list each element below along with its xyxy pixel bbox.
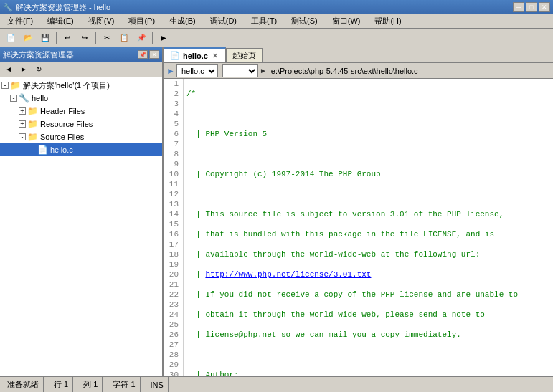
ln-1: 1 <box>164 79 180 89</box>
ln-8: 8 <box>164 149 180 159</box>
main-layout: 解决方案资源管理器 📌 ✕ ◄ ► ↻ - 📁 解决方案'hello'(1 个项… <box>0 47 553 376</box>
menu-tools[interactable]: 工具(T) <box>247 14 281 28</box>
menu-view[interactable]: 视图(V) <box>84 14 119 28</box>
menu-edit[interactable]: 编辑(E) <box>43 14 78 28</box>
ln-22: 22 <box>164 290 180 300</box>
file-select[interactable]: hello.c <box>176 64 218 77</box>
menu-project[interactable]: 项目(P) <box>124 14 159 28</box>
tree-project[interactable]: - 🔧 hello <box>0 92 162 105</box>
ln-7: 7 <box>164 139 180 149</box>
title-bar-label: 解决方案资源管理器 - hello <box>16 2 110 13</box>
editor-area: 📄 hello.c ✕ 起始页 ► hello.c ► e:\Projects\… <box>164 47 553 376</box>
tree-view: - 📁 解决方案'hello'(1 个项目) - 🔧 hello + 📁 Hea… <box>0 77 162 376</box>
tree-hello-c[interactable]: 📄 hello.c <box>0 143 162 156</box>
code-line-5: | Copyright (c) 1997-2014 The PHP Group <box>186 169 550 179</box>
ln-29: 29 <box>164 360 180 370</box>
toolbar-copy[interactable]: 📋 <box>116 31 132 45</box>
menu-file[interactable]: 文件(F) <box>3 14 37 28</box>
header-expander[interactable]: + <box>19 107 26 115</box>
panel-toolbar: ◄ ► ↻ <box>0 62 162 77</box>
toolbar-save[interactable]: 💾 <box>37 31 53 45</box>
panel-forward-button[interactable]: ► <box>16 63 31 76</box>
panel-refresh-button[interactable]: ↻ <box>32 63 46 76</box>
menu-build[interactable]: 生成(B) <box>165 14 200 28</box>
ln-10: 10 <box>164 169 180 179</box>
project-label: hello <box>32 94 48 102</box>
menu-window[interactable]: 窗口(W) <box>328 14 365 28</box>
code-line-12: | obtain it through the world-wide-web, … <box>186 310 550 320</box>
file-path: e:\Projects\php-5.4.45-src\ext\hello\hel… <box>271 67 418 75</box>
ln-9: 9 <box>164 159 180 169</box>
ln-21: 21 <box>164 279 180 290</box>
code-line-13: | license@php.net so we can mail you a c… <box>186 330 550 340</box>
panel-pin-button[interactable]: 📌 <box>138 50 148 59</box>
pin-button[interactable]: ─ <box>513 2 524 12</box>
toolbar-paste[interactable]: 📌 <box>133 31 149 45</box>
tree-resource-files[interactable]: + 📁 Resource Files <box>0 118 162 130</box>
toolbar: 📄 📂 💾 ↩ ↪ ✂ 📋 📌 ▶ <box>0 29 553 47</box>
title-bar-text: 🔧 解决方案资源管理器 - hello <box>3 2 110 13</box>
toolbar-new[interactable]: 📄 <box>3 31 19 45</box>
tab-hello-c[interactable]: 📄 hello.c ✕ <box>164 47 226 62</box>
resource-folder-icon: 📁 <box>27 119 38 129</box>
tab-start-page[interactable]: 起始页 <box>226 48 263 62</box>
code-line-11: | If you did not receive a copy of the P… <box>186 290 550 300</box>
toolbar-cut[interactable]: ✂ <box>99 31 115 45</box>
toolbar-open[interactable]: 📂 <box>20 31 36 45</box>
resource-expander[interactable]: + <box>19 120 26 128</box>
ln-19: 19 <box>164 259 180 269</box>
project-icon: 🔧 <box>19 93 29 103</box>
ln-28: 28 <box>164 350 180 360</box>
code-editor[interactable]: /* | PHP Version 5 | Copyright (c) 1997-… <box>184 79 553 376</box>
ln-11: 11 <box>164 179 180 189</box>
code-line-6 <box>186 189 550 199</box>
header-folder-icon: 📁 <box>27 106 38 116</box>
tree-solution[interactable]: - 📁 解决方案'hello'(1 个项目) <box>0 79 162 92</box>
location-bar: ► hello.c ► e:\Projects\php-5.4.45-src\e… <box>164 63 553 79</box>
status-line: 行 1 <box>49 377 73 392</box>
panel-back-button[interactable]: ◄ <box>1 63 16 76</box>
code-line-4 <box>186 149 550 159</box>
status-col-text: 列 1 <box>83 379 98 390</box>
ln-20: 20 <box>164 269 180 279</box>
title-bar-buttons[interactable]: ─ □ ✕ <box>513 2 550 12</box>
project-expander[interactable]: - <box>10 95 17 102</box>
source-expander[interactable]: - <box>19 133 26 140</box>
ln-18: 18 <box>164 249 180 259</box>
maximize-button[interactable]: □ <box>526 2 537 12</box>
tab-bar: 📄 hello.c ✕ 起始页 <box>164 47 553 63</box>
tab-hello-c-close[interactable]: ✕ <box>211 52 219 60</box>
code-line-1: /* <box>186 89 550 99</box>
tree-header-files[interactable]: + 📁 Header Files <box>0 105 162 118</box>
panel-title-buttons[interactable]: 📌 ✕ <box>138 50 159 59</box>
app-icon: 🔧 <box>3 3 13 12</box>
toolbar-sep-3 <box>152 32 153 44</box>
ln-2: 2 <box>164 89 180 99</box>
panel-close-button[interactable]: ✕ <box>149 50 159 59</box>
ln-26: 26 <box>164 330 180 340</box>
scope-select[interactable] <box>222 64 258 77</box>
tab-hello-c-icon: 📄 <box>170 51 180 60</box>
status-col: 列 1 <box>79 377 103 392</box>
close-button[interactable]: ✕ <box>539 2 550 12</box>
ln-13: 13 <box>164 199 180 209</box>
toolbar-sep-2 <box>95 32 96 44</box>
menu-debug[interactable]: 调试(D) <box>206 14 241 28</box>
panel-title-bar: 解决方案资源管理器 📌 ✕ <box>0 47 162 62</box>
status-ready-text: 准备就绪 <box>7 379 39 390</box>
code-line-2 <box>186 109 550 119</box>
menu-help[interactable]: 帮助(H) <box>370 14 405 28</box>
ln-5: 5 <box>164 119 180 129</box>
line-numbers: 1 2 3 4 5 6 7 8 9 10 11 12 13 14 15 16 1… <box>164 79 184 376</box>
status-line-text: 行 1 <box>54 379 68 390</box>
solution-expander[interactable]: - <box>1 82 9 89</box>
panel-title-label: 解决方案资源管理器 <box>3 49 74 60</box>
menu-test[interactable]: 测试(S) <box>287 14 322 28</box>
toolbar-undo[interactable]: ↩ <box>60 31 75 45</box>
toolbar-debug-run[interactable]: ▶ <box>156 31 171 45</box>
toolbar-redo[interactable]: ↪ <box>77 31 93 45</box>
tree-source-files[interactable]: - 📁 Source Files <box>0 130 162 143</box>
ln-30: 30 <box>164 370 180 376</box>
status-ins: INS <box>146 377 169 392</box>
location-arrow-icon: ► <box>166 66 175 76</box>
